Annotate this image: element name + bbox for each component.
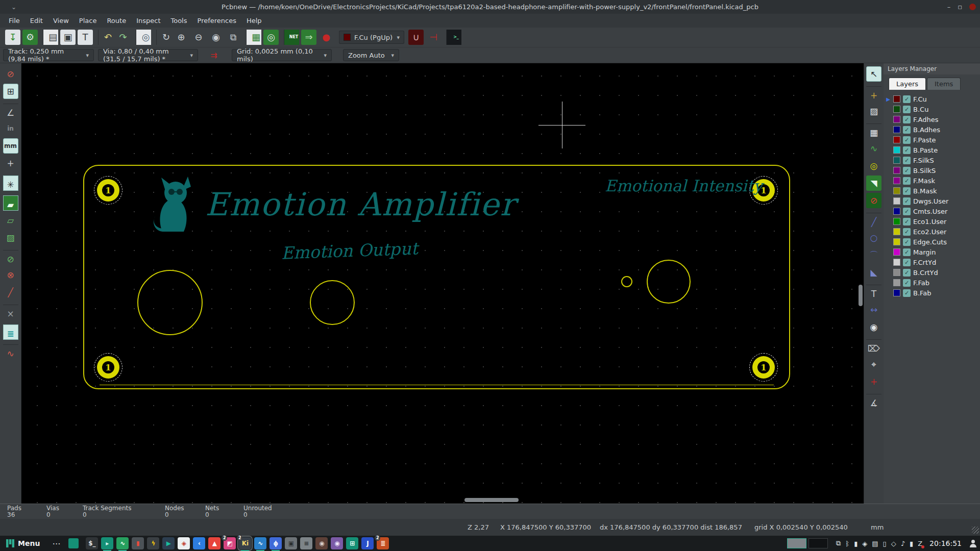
vscode-app[interactable]: ‹ <box>193 537 205 549</box>
minimize-button[interactable]: – <box>947 3 951 11</box>
flash-tool-app[interactable]: ϟ <box>147 537 159 549</box>
redo-button[interactable]: ↷ <box>115 30 131 45</box>
clipboard-manager-icon[interactable]: ▤ <box>872 540 878 547</box>
layer-row[interactable]: ▶ ✓ B.Mask <box>886 186 980 196</box>
layer-visibility-checkbox[interactable]: ✓ <box>903 208 911 215</box>
tracks-display-toggle[interactable]: ╱ <box>3 285 18 300</box>
layer-visibility-checkbox[interactable]: ✓ <box>903 167 911 174</box>
layer-visibility-checkbox[interactable]: ✓ <box>903 177 911 185</box>
audio-icon[interactable]: ♪ <box>901 540 905 547</box>
layer-visibility-checkbox[interactable]: ✓ <box>903 136 911 144</box>
layer-color-swatch[interactable] <box>893 228 900 235</box>
battery-icon[interactable]: ▮ <box>910 540 913 547</box>
layer-row[interactable]: ▶ ✓ B.Cu <box>886 104 980 114</box>
layer-color-swatch[interactable] <box>893 136 900 143</box>
units-inch-toggle[interactable]: in <box>3 121 18 136</box>
layer-visibility-checkbox[interactable]: ✓ <box>903 248 911 256</box>
ratsnest-visibility-toggle[interactable]: ✳ <box>3 176 18 191</box>
layer-visibility-checkbox[interactable]: ✓ <box>903 187 911 195</box>
find-button[interactable]: ◎ <box>136 30 151 45</box>
zone-outline-mode-toggle[interactable]: ▱ <box>3 213 18 228</box>
layers-manager-tab[interactable]: Items <box>927 78 961 90</box>
vertical-scrollbar[interactable] <box>859 285 863 306</box>
refresh-button[interactable]: ↻ <box>156 30 172 45</box>
scripting-console-button[interactable]: >_ <box>446 30 461 45</box>
footprint-viewer-button[interactable]: ◎ <box>263 30 279 45</box>
layer-color-swatch[interactable] <box>893 146 900 154</box>
layer-row[interactable]: ▶ ✓ Edge.Cuts <box>886 237 980 247</box>
via-display-icon[interactable]: ∪ <box>408 30 424 45</box>
workspace-1[interactable] <box>787 538 806 548</box>
workspace-2[interactable] <box>808 538 828 548</box>
layer-visibility-checkbox[interactable]: ✓ <box>903 218 911 226</box>
layer-color-swatch[interactable] <box>893 279 900 286</box>
menu-item[interactable]: View <box>48 15 74 26</box>
mounting-hole-bottom-left[interactable]: 1 <box>94 353 122 382</box>
layer-row[interactable]: ▶ ✓ Eco2.User <box>886 227 980 237</box>
zoom-out-button[interactable]: ⊖ <box>191 30 206 45</box>
highlight-net-tool[interactable]: ▨ <box>866 104 881 119</box>
resize-grip[interactable] <box>972 527 979 534</box>
outline-display-toggle[interactable]: × <box>3 305 18 320</box>
cutout-circle-large-left[interactable] <box>137 270 203 335</box>
pads-display-toggle[interactable]: ⊗ <box>3 267 18 283</box>
chip-tool-app[interactable]: ▣ <box>285 537 297 549</box>
layer-visibility-checkbox[interactable]: ✓ <box>903 279 911 287</box>
zoom-in-button[interactable]: ⊕ <box>174 30 189 45</box>
layer-color-swatch[interactable] <box>893 259 900 266</box>
add-footprint-tool[interactable]: ▦ <box>866 123 881 139</box>
layer-color-swatch[interactable] <box>893 197 900 205</box>
show-desktop-icon[interactable] <box>68 538 79 548</box>
do-not-disturb-icon[interactable]: Z <box>918 540 922 547</box>
bluetooth-icon[interactable]: ᛒ <box>845 540 849 547</box>
pcb-canvas[interactable]: 1 1 1 1 <box>21 63 864 504</box>
page-settings-button[interactable]: ▤ <box>43 30 58 45</box>
horizontal-scrollbar[interactable] <box>464 498 519 502</box>
file-manager-app[interactable]: ▸ <box>101 537 113 549</box>
menu-item[interactable]: Place <box>75 15 102 26</box>
calculator-app[interactable]: ⊞ <box>346 537 358 549</box>
plot-button[interactable]: T <box>78 30 93 45</box>
mounting-hole-bottom-right[interactable]: 1 <box>749 353 778 382</box>
layer-color-swatch[interactable] <box>893 208 900 215</box>
start-menu-button[interactable]: Menu <box>3 538 45 548</box>
mounting-hole-top-left[interactable]: 1 <box>94 176 122 205</box>
zone-hatch-mode-toggle[interactable]: ▨ <box>3 230 18 245</box>
add-graphic-circle-tool[interactable]: ○ <box>866 230 881 245</box>
layer-row[interactable]: ▶ ✓ Dwgs.User <box>886 196 980 206</box>
zoom-selection-button[interactable]: ⧉ <box>226 30 241 45</box>
drc-button[interactable]: ● <box>318 30 334 45</box>
menu-item[interactable]: Route <box>102 15 131 26</box>
footprint-editor-button[interactable]: ▦ <box>246 30 261 45</box>
layer-row[interactable]: ▶ ✓ B.Adhes <box>886 124 980 135</box>
window-menu-icon[interactable]: ⌄ <box>11 4 16 11</box>
menu-item[interactable]: Tools <box>166 15 191 26</box>
notes-app[interactable]: ≡ <box>300 537 312 549</box>
menu-item[interactable]: Inspect <box>132 15 165 26</box>
layer-row[interactable]: ▶ ✓ F.CrtYd <box>886 257 980 267</box>
add-dimension-tool[interactable]: ↔ <box>866 302 881 317</box>
track-width-auto-icon[interactable]: ⇉ <box>207 48 220 62</box>
media-player-app[interactable]: ◉ <box>331 537 343 549</box>
layer-row[interactable]: ▶ ✓ F.Mask <box>886 176 980 186</box>
brave-browser-app[interactable]: ▲ <box>208 537 220 549</box>
layer-visibility-checkbox[interactable]: ✓ <box>903 228 911 236</box>
select-tool[interactable]: ↖ <box>866 66 881 82</box>
add-graphic-polygon-tool[interactable]: ◣ <box>866 265 881 280</box>
add-target-tool[interactable]: ◉ <box>866 319 881 335</box>
layer-row[interactable]: ▶ ✓ B.Fab <box>886 288 980 298</box>
update-pcb-button[interactable]: ⇒ <box>301 30 316 45</box>
add-graphic-arc-tool[interactable]: ⌒ <box>866 247 881 263</box>
drc-off-toggle[interactable]: ⊘ <box>3 66 18 82</box>
drill-origin-tool[interactable]: ⌖ <box>866 357 881 372</box>
image-viewer-app[interactable]: ◩ 2 <box>224 537 236 549</box>
add-via-tool[interactable]: ◎ <box>866 158 881 173</box>
track-posture-icon[interactable]: ⊣ <box>426 30 441 45</box>
layer-color-swatch[interactable] <box>893 177 900 184</box>
security-shield-icon[interactable]: ◈ <box>862 540 867 547</box>
owl-app[interactable]: ◉ <box>315 537 328 549</box>
polar-coordinates-toggle[interactable]: ∠ <box>3 104 18 119</box>
send-tool-app[interactable]: ▶ <box>162 537 175 549</box>
layer-row[interactable]: ▶ ✓ F.Adhes <box>886 114 980 124</box>
netlist-button[interactable]: NET <box>284 30 299 45</box>
